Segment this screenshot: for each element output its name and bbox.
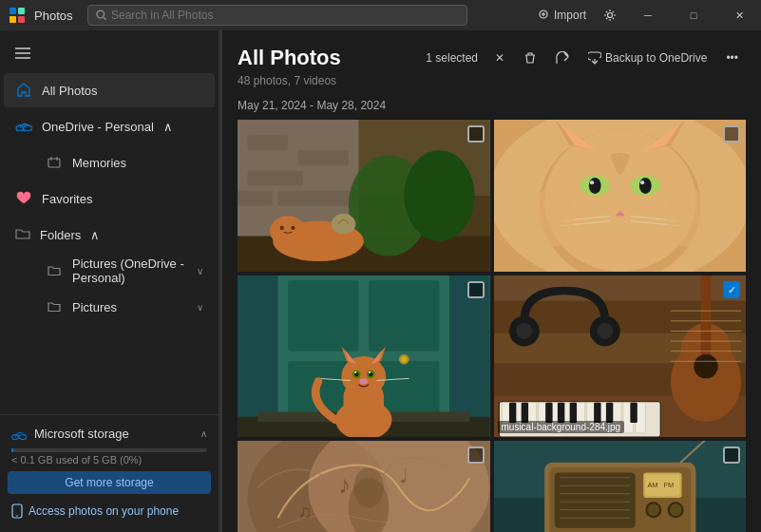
svg-point-39 — [291, 226, 295, 230]
photo-cat3[interactable] — [238, 276, 490, 437]
backup-label: Backup to OneDrive — [605, 51, 707, 65]
svg-point-87 — [401, 356, 407, 362]
photo-radio[interactable]: AM FM — [494, 441, 747, 532]
svg-point-52 — [638, 178, 651, 194]
photo-music-svg — [494, 276, 747, 437]
more-icon: ••• — [726, 51, 738, 65]
storage-chevron: ∧ — [200, 428, 207, 439]
sidebar-item-favorites[interactable]: Favorites — [4, 181, 215, 216]
photo-radio-checkbox[interactable] — [723, 446, 740, 464]
search-input[interactable] — [111, 9, 459, 22]
svg-point-4 — [97, 10, 105, 18]
close-button[interactable]: ✕ — [717, 0, 761, 30]
phone-icon — [11, 504, 23, 519]
sidebar-item-memories[interactable]: Memories — [4, 145, 215, 180]
photo-art[interactable]: ♪ ♫ ♩ — [238, 441, 490, 532]
content-area: All Photos 1 selected ✕ Backup to OneDri… — [222, 30, 761, 532]
share-button[interactable] — [548, 48, 577, 68]
svg-point-61 — [665, 185, 705, 246]
sidebar-item-pictures[interactable]: Pictures ∨ — [4, 290, 215, 324]
photo-cat1-svg — [238, 120, 490, 272]
svg-point-82 — [354, 371, 356, 373]
page-title: All Photos — [238, 46, 341, 70]
access-phone-link[interactable]: Access photos on your phone — [8, 502, 211, 521]
photo-cat2[interactable] — [494, 120, 747, 272]
svg-point-106 — [516, 323, 532, 339]
more-button[interactable]: ••• — [718, 48, 746, 68]
minimize-button[interactable]: ─ — [626, 0, 670, 30]
photo-row-3: ♪ ♫ ♩ — [238, 441, 746, 532]
storage-section: Microsoft storage ∧ < 0.1 GB used of 5 G… — [0, 414, 219, 528]
settings-button[interactable] — [596, 0, 624, 30]
svg-rect-96 — [700, 276, 711, 356]
pictures-onedrive-label: Pictures (OneDrive - Personal) — [72, 256, 187, 285]
svg-rect-142 — [554, 472, 635, 527]
photo-cat2-checkbox[interactable] — [723, 125, 740, 142]
photo-row-1 — [238, 120, 746, 272]
svg-rect-28 — [248, 170, 303, 185]
storage-bar-background — [11, 448, 207, 452]
folders-label: Folders — [40, 228, 81, 242]
sidebar-item-onedrive[interactable]: OneDrive - Personal ∧ — [4, 109, 215, 143]
svg-rect-124 — [545, 403, 552, 423]
delete-button[interactable] — [516, 48, 544, 68]
sidebar-item-pictures-onedrive[interactable]: Pictures (OneDrive - Personal) ∨ — [4, 254, 215, 288]
home-icon — [15, 82, 32, 99]
selected-count: 1 selected — [420, 51, 484, 65]
favorites-label: Favorites — [42, 192, 203, 206]
backup-button[interactable]: Backup to OneDrive — [580, 48, 714, 68]
import-button[interactable]: Import — [529, 0, 594, 30]
all-photos-label: All Photos — [42, 84, 203, 98]
photo-music[interactable]: musical-background-284.jpg ✓ — [494, 276, 747, 437]
storage-header[interactable]: Microsoft storage ∧ — [8, 423, 211, 445]
app-icon — [8, 6, 27, 25]
content-toolbar: 1 selected ✕ Backup to OneDrive ••• — [420, 48, 746, 68]
pictures-onedrive-chevron: ∨ — [197, 266, 203, 276]
folder-pictures-icon — [46, 298, 63, 315]
svg-rect-27 — [298, 150, 349, 165]
get-more-storage-button[interactable]: Get more storage — [8, 471, 211, 494]
svg-rect-122 — [508, 403, 515, 423]
svg-rect-128 — [605, 403, 612, 423]
pictures-label: Pictures — [72, 300, 187, 314]
close-icon: ✕ — [495, 51, 504, 65]
onedrive-chevron: ∧ — [163, 120, 173, 134]
music-column: musical-background-284.jpg ✓ — [494, 276, 747, 437]
svg-point-38 — [280, 226, 284, 230]
hamburger-menu[interactable] — [4, 36, 42, 70]
access-phone-label: Access photos on your phone — [29, 504, 179, 518]
maximize-button[interactable]: □ — [672, 0, 715, 30]
main-layout: All Photos OneDrive - Personal ∧ Memorie… — [0, 30, 761, 532]
photo-cat1[interactable] — [238, 120, 490, 272]
svg-text:♩: ♩ — [399, 465, 409, 487]
search-icon — [96, 10, 107, 21]
photo-art-checkbox[interactable] — [467, 446, 485, 464]
backup-icon — [588, 51, 601, 65]
photo-cat3-svg — [238, 276, 490, 437]
svg-rect-127 — [594, 403, 600, 423]
storage-title: Microsoft storage — [11, 427, 129, 441]
svg-point-54 — [639, 180, 643, 184]
photo-cat1-checkbox[interactable] — [467, 125, 485, 142]
svg-rect-2 — [10, 16, 16, 23]
storage-used-text: < 0.1 GB used of 5 GB (0%) — [8, 454, 211, 466]
sidebar-item-folders[interactable]: Folders ∧ — [4, 218, 215, 252]
svg-rect-30 — [277, 191, 358, 206]
photo-music-checkbox[interactable]: ✓ — [723, 281, 740, 298]
share-icon — [556, 51, 569, 65]
import-icon — [537, 9, 550, 22]
search-bar[interactable] — [87, 5, 467, 26]
deselect-button[interactable]: ✕ — [487, 48, 512, 68]
pictures-chevron: ∨ — [197, 302, 203, 313]
app-title: Photos — [34, 9, 72, 23]
svg-point-156 — [669, 504, 681, 516]
sidebar-item-all-photos[interactable]: All Photos — [4, 73, 215, 107]
import-label: Import — [554, 9, 586, 22]
svg-rect-1 — [18, 8, 25, 14]
svg-rect-126 — [569, 403, 576, 423]
svg-rect-15 — [48, 159, 60, 167]
folders-chevron: ∧ — [90, 228, 100, 242]
settings-icon — [603, 9, 617, 22]
sidebar: All Photos OneDrive - Personal ∧ Memorie… — [0, 30, 219, 532]
photo-cat3-checkbox[interactable] — [467, 281, 485, 298]
